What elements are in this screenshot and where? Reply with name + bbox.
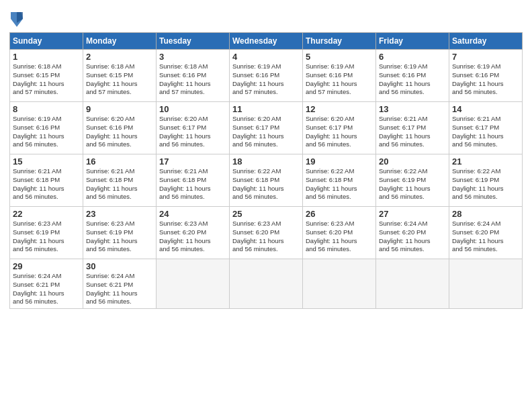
day-number: 13 [379,104,446,114]
day-detail: Sunrise: 6:19 AM Sunset: 6:16 PM Dayligh… [232,62,300,97]
day-number: 19 [306,156,373,167]
day-number: 5 [306,52,373,62]
day-cell: 16Sunrise: 6:21 AM Sunset: 6:18 PM Dayli… [83,154,157,207]
day-cell: 20Sunrise: 6:22 AM Sunset: 6:19 PM Dayli… [376,154,449,207]
day-cell: 3Sunrise: 6:18 AM Sunset: 6:16 PM Daylig… [157,50,230,102]
calendar-page: SundayMondayTuesdayWednesdayThursdayFrid… [0,0,532,411]
day-detail: Sunrise: 6:21 AM Sunset: 6:18 PM Dayligh… [86,167,153,201]
day-cell: 9Sunrise: 6:20 AM Sunset: 6:16 PM Daylig… [83,102,157,154]
day-number: 3 [159,52,226,62]
day-cell [449,259,523,309]
day-number: 21 [452,156,519,167]
day-number: 10 [159,104,226,114]
day-number: 26 [306,209,373,219]
day-number: 28 [452,209,519,219]
day-detail: Sunrise: 6:20 AM Sunset: 6:17 PM Dayligh… [159,115,226,149]
day-detail: Sunrise: 6:21 AM Sunset: 6:18 PM Dayligh… [159,167,226,201]
day-cell: 30Sunrise: 6:24 AM Sunset: 6:21 PM Dayli… [83,259,157,309]
header-cell-friday: Friday [376,33,449,50]
day-number: 9 [86,104,153,114]
day-cell: 27Sunrise: 6:24 AM Sunset: 6:20 PM Dayli… [376,207,449,259]
day-detail: Sunrise: 6:21 AM Sunset: 6:18 PM Dayligh… [13,167,80,201]
day-detail: Sunrise: 6:20 AM Sunset: 6:17 PM Dayligh… [306,115,373,149]
header-row: SundayMondayTuesdayWednesdayThursdayFrid… [10,33,523,50]
day-number: 24 [159,209,226,219]
day-cell: 4Sunrise: 6:19 AM Sunset: 6:16 PM Daylig… [230,50,303,102]
day-cell: 11Sunrise: 6:20 AM Sunset: 6:17 PM Dayli… [230,102,303,154]
day-number: 12 [306,104,373,114]
day-cell: 5Sunrise: 6:19 AM Sunset: 6:16 PM Daylig… [303,50,376,102]
day-cell: 28Sunrise: 6:24 AM Sunset: 6:20 PM Dayli… [449,207,523,259]
day-detail: Sunrise: 6:19 AM Sunset: 6:16 PM Dayligh… [452,62,519,97]
day-detail: Sunrise: 6:22 AM Sunset: 6:19 PM Dayligh… [452,167,519,201]
day-detail: Sunrise: 6:24 AM Sunset: 6:20 PM Dayligh… [379,220,446,254]
day-number: 11 [232,104,300,114]
day-cell: 29Sunrise: 6:24 AM Sunset: 6:21 PM Dayli… [10,259,83,309]
day-cell: 23Sunrise: 6:23 AM Sunset: 6:19 PM Dayli… [83,207,157,259]
day-number: 22 [13,209,80,219]
day-number: 30 [86,261,153,271]
day-detail: Sunrise: 6:18 AM Sunset: 6:15 PM Dayligh… [13,62,80,97]
day-number: 1 [13,52,80,62]
day-number: 14 [452,104,519,114]
day-number: 17 [159,156,226,167]
calendar-table: SundayMondayTuesdayWednesdayThursdayFrid… [9,32,523,309]
day-cell [157,259,230,309]
calendar-header: SundayMondayTuesdayWednesdayThursdayFrid… [10,33,523,50]
day-detail: Sunrise: 6:18 AM Sunset: 6:15 PM Dayligh… [86,62,153,97]
day-number: 7 [452,52,519,62]
day-detail: Sunrise: 6:23 AM Sunset: 6:20 PM Dayligh… [306,220,373,254]
calendar-body: 1Sunrise: 6:18 AM Sunset: 6:15 PM Daylig… [10,50,523,309]
header [9,7,523,28]
week-row-0: 1Sunrise: 6:18 AM Sunset: 6:15 PM Daylig… [10,50,523,102]
day-cell: 18Sunrise: 6:22 AM Sunset: 6:18 PM Dayli… [230,154,303,207]
day-cell [376,259,449,309]
day-cell: 7Sunrise: 6:19 AM Sunset: 6:16 PM Daylig… [449,50,523,102]
day-number: 2 [86,52,153,62]
day-cell: 24Sunrise: 6:23 AM Sunset: 6:20 PM Dayli… [157,207,230,259]
day-detail: Sunrise: 6:22 AM Sunset: 6:18 PM Dayligh… [232,167,300,201]
header-cell-tuesday: Tuesday [157,33,230,50]
day-number: 29 [13,261,80,271]
day-number: 15 [13,156,80,167]
week-row-4: 29Sunrise: 6:24 AM Sunset: 6:21 PM Dayli… [10,259,523,309]
day-detail: Sunrise: 6:23 AM Sunset: 6:20 PM Dayligh… [159,220,226,254]
header-cell-sunday: Sunday [10,33,83,50]
week-row-2: 15Sunrise: 6:21 AM Sunset: 6:18 PM Dayli… [10,154,523,207]
day-cell: 14Sunrise: 6:21 AM Sunset: 6:17 PM Dayli… [449,102,523,154]
day-cell: 10Sunrise: 6:20 AM Sunset: 6:17 PM Dayli… [157,102,230,154]
logo-icon [9,9,24,28]
day-cell: 15Sunrise: 6:21 AM Sunset: 6:18 PM Dayli… [10,154,83,207]
header-cell-wednesday: Wednesday [230,33,303,50]
day-detail: Sunrise: 6:21 AM Sunset: 6:17 PM Dayligh… [452,115,519,149]
day-detail: Sunrise: 6:22 AM Sunset: 6:19 PM Dayligh… [379,167,446,201]
day-cell: 6Sunrise: 6:19 AM Sunset: 6:16 PM Daylig… [376,50,449,102]
day-cell: 21Sunrise: 6:22 AM Sunset: 6:19 PM Dayli… [449,154,523,207]
day-cell: 22Sunrise: 6:23 AM Sunset: 6:19 PM Dayli… [10,207,83,259]
day-detail: Sunrise: 6:23 AM Sunset: 6:19 PM Dayligh… [13,220,80,254]
day-detail: Sunrise: 6:20 AM Sunset: 6:16 PM Dayligh… [86,115,153,149]
day-cell: 1Sunrise: 6:18 AM Sunset: 6:15 PM Daylig… [10,50,83,102]
day-number: 23 [86,209,153,219]
day-number: 8 [13,104,80,114]
header-cell-saturday: Saturday [449,33,523,50]
day-detail: Sunrise: 6:21 AM Sunset: 6:17 PM Dayligh… [379,115,446,149]
day-detail: Sunrise: 6:24 AM Sunset: 6:21 PM Dayligh… [13,272,80,306]
week-row-1: 8Sunrise: 6:19 AM Sunset: 6:16 PM Daylig… [10,102,523,154]
day-number: 27 [379,209,446,219]
day-detail: Sunrise: 6:19 AM Sunset: 6:16 PM Dayligh… [379,62,446,97]
day-detail: Sunrise: 6:19 AM Sunset: 6:16 PM Dayligh… [306,62,373,97]
day-cell [303,259,376,309]
day-cell: 25Sunrise: 6:23 AM Sunset: 6:20 PM Dayli… [230,207,303,259]
day-cell [230,259,303,309]
day-cell: 19Sunrise: 6:22 AM Sunset: 6:18 PM Dayli… [303,154,376,207]
day-detail: Sunrise: 6:19 AM Sunset: 6:16 PM Dayligh… [13,115,80,149]
day-detail: Sunrise: 6:23 AM Sunset: 6:19 PM Dayligh… [86,220,153,254]
day-detail: Sunrise: 6:18 AM Sunset: 6:16 PM Dayligh… [159,62,226,97]
day-cell: 2Sunrise: 6:18 AM Sunset: 6:15 PM Daylig… [83,50,157,102]
week-row-3: 22Sunrise: 6:23 AM Sunset: 6:19 PM Dayli… [10,207,523,259]
day-number: 4 [232,52,300,62]
header-cell-thursday: Thursday [303,33,376,50]
day-number: 6 [379,52,446,62]
day-cell: 17Sunrise: 6:21 AM Sunset: 6:18 PM Dayli… [157,154,230,207]
